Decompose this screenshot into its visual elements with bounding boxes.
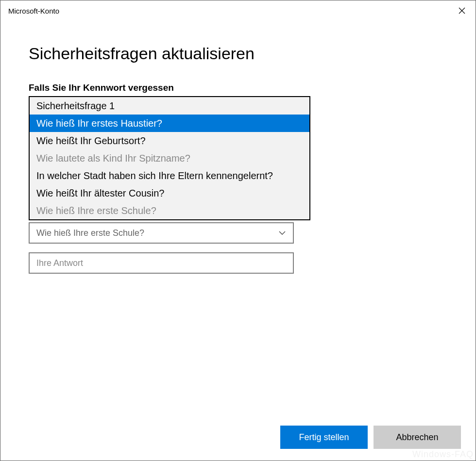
content-area: Sicherheitsfragen aktualisieren Falls Si… (0, 21, 476, 461)
security-question-1-dropdown[interactable]: Sicherheitsfrage 1 Wie hieß Ihr erstes H… (29, 96, 310, 220)
dialog-window: Microsoft-Konto Sicherheitsfragen aktual… (0, 0, 476, 461)
dropdown-option[interactable]: Wie lautete als Kind Ihr Spitzname? (30, 149, 309, 167)
dialog-footer: Fertig stellen Abbrechen (280, 426, 461, 449)
window-title: Microsoft-Konto (8, 7, 59, 15)
chevron-down-icon (278, 229, 286, 237)
form-area: Sicherheitsfrage 1 Wie hieß Ihr erstes H… (29, 102, 294, 274)
dropdown-option[interactable]: Wie heißt Ihr ältester Cousin? (30, 184, 309, 202)
answer-3-input[interactable]: Ihre Antwort (29, 252, 294, 274)
page-title: Sicherheitsfragen aktualisieren (29, 44, 447, 63)
dropdown-header[interactable]: Sicherheitsfrage 1 (30, 97, 309, 115)
page-subtitle: Falls Sie Ihr Kennwort vergessen (29, 82, 447, 93)
close-button[interactable] (448, 0, 476, 21)
dropdown-option[interactable]: Wie hieß Ihre erste Schule? (30, 202, 309, 219)
dropdown-option[interactable]: Wie hieß Ihr erstes Haustier? (30, 115, 309, 132)
cancel-button[interactable]: Abbrechen (374, 426, 461, 449)
security-question-3-select[interactable]: Wie hieß Ihre erste Schule? (29, 222, 294, 244)
select-value: Wie hieß Ihre erste Schule? (36, 228, 144, 238)
finish-button[interactable]: Fertig stellen (280, 426, 368, 449)
close-icon (459, 7, 465, 14)
dropdown-option[interactable]: Wie heißt Ihr Geburtsort? (30, 132, 309, 149)
dropdown-option[interactable]: In welcher Stadt haben sich Ihre Eltern … (30, 167, 309, 184)
titlebar: Microsoft-Konto (0, 0, 476, 21)
